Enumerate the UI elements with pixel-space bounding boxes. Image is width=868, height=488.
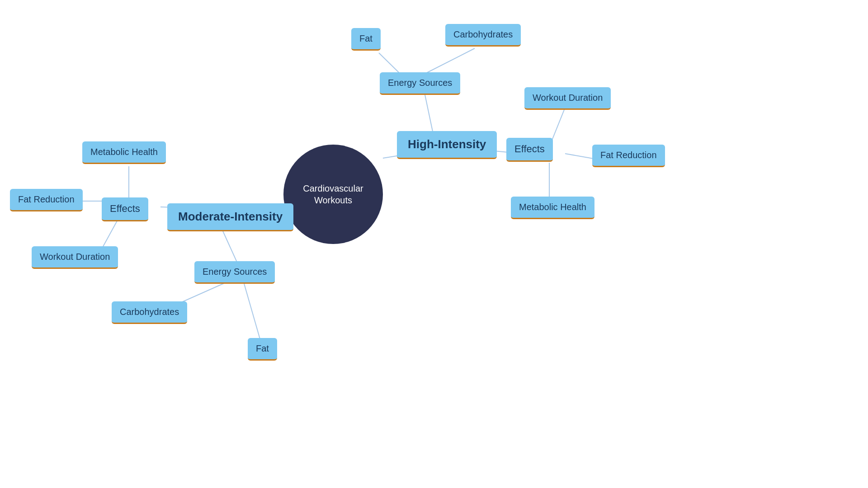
right-effects-label: Effects [514,143,545,155]
left-fat-node[interactable]: Fat [248,338,277,361]
center-node: Cardiovascular Workouts [283,145,383,244]
left-metabolic-health-node[interactable]: Metabolic Health [82,141,166,164]
right-energy-sources-node[interactable]: Energy Sources [380,72,460,95]
right-energy-sources-label: Energy Sources [388,78,452,88]
right-fat-label: Fat [359,33,373,43]
center-label: Cardiovascular Workouts [292,183,374,206]
left-metabolic-health-label: Metabolic Health [90,147,158,157]
left-fat-reduction-label: Fat Reduction [18,194,75,204]
right-workout-duration-label: Workout Duration [533,93,603,103]
high-intensity-node[interactable]: High-Intensity [397,131,497,159]
right-fat-reduction-label: Fat Reduction [600,150,657,160]
left-carbohydrates-label: Carbohydrates [120,307,179,317]
left-carbohydrates-node[interactable]: Carbohydrates [112,301,187,324]
left-effects-label: Effects [110,203,140,214]
left-fat-reduction-node[interactable]: Fat Reduction [10,189,83,211]
right-effects-node[interactable]: Effects [506,138,553,162]
right-metabolic-health-label: Metabolic Health [519,202,586,212]
svg-line-15 [244,284,260,339]
right-fat-reduction-node[interactable]: Fat Reduction [592,145,665,167]
right-fat-node[interactable]: Fat [351,28,381,51]
right-metabolic-health-node[interactable]: Metabolic Health [511,197,594,219]
left-fat-label: Fat [256,343,269,353]
left-energy-sources-node[interactable]: Energy Sources [194,261,275,284]
left-workout-duration-node[interactable]: Workout Duration [32,246,118,269]
moderate-intensity-label: Moderate-Intensity [178,210,283,223]
high-intensity-label: High-Intensity [408,137,486,151]
moderate-intensity-node[interactable]: Moderate-Intensity [167,203,293,231]
right-carbohydrates-label: Carbohydrates [453,29,513,39]
left-effects-node[interactable]: Effects [102,197,148,221]
left-energy-sources-label: Energy Sources [203,267,267,277]
right-workout-duration-node[interactable]: Workout Duration [524,87,611,110]
svg-line-5 [425,48,475,74]
right-carbohydrates-node[interactable]: Carbohydrates [445,24,521,47]
left-workout-duration-label: Workout Duration [40,252,110,262]
